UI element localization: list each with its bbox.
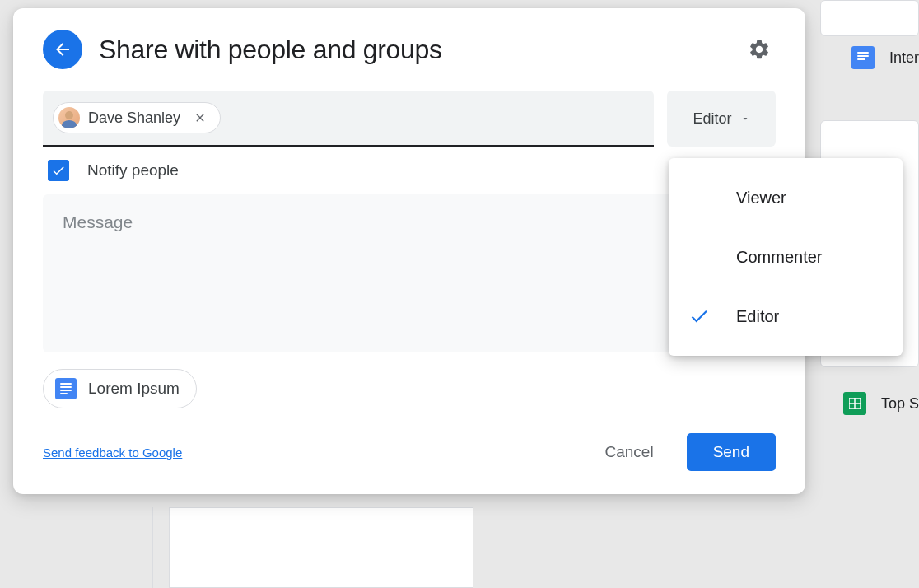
role-menu: Viewer Commenter Editor [669,158,903,356]
send-button[interactable]: Send [687,433,776,471]
bg-file-entry: Inter [851,46,919,69]
role-check-slot [688,306,718,327]
avatar [58,107,80,128]
gear-icon [748,38,771,61]
role-option-editor[interactable]: Editor [669,287,903,346]
chevron-down-icon [740,114,750,124]
cancel-button[interactable]: Cancel [585,435,673,469]
role-selected-label: Editor [693,110,731,128]
person-chip: Dave Shanley [53,102,221,133]
people-input[interactable]: Dave Shanley [43,91,654,147]
settings-button[interactable] [743,33,776,66]
bg-file-label: Inter [889,49,919,67]
sheets-icon [843,392,866,415]
message-textarea[interactable]: Message [43,194,776,352]
bg-file-label: Top S [881,395,919,413]
notify-checkbox[interactable] [48,160,69,181]
role-option-label: Editor [736,307,779,326]
dialog-footer: Send feedback to Google Cancel Send [43,433,776,471]
dialog-title: Share with people and groups [99,35,726,65]
message-placeholder: Message [63,212,756,232]
person-name: Dave Shanley [88,110,180,127]
check-icon [51,163,66,178]
role-option-label: Commenter [736,248,822,267]
dialog-header: Share with people and groups [43,30,776,69]
bg-divider [152,507,153,588]
remove-person-button[interactable] [192,110,208,126]
attachment-name: Lorem Ipsum [88,380,180,398]
docs-icon [851,46,875,69]
notify-row: Notify people [43,147,776,194]
check-icon [688,306,710,327]
role-dropdown[interactable]: Editor [667,91,776,147]
bg-thumb [820,0,919,36]
role-option-commenter[interactable]: Commenter [669,227,903,287]
role-option-viewer[interactable]: Viewer [669,168,903,227]
people-row: Dave Shanley Editor [43,91,776,147]
attachment-chip[interactable]: Lorem Ipsum [43,369,197,408]
arrow-left-icon [53,40,72,59]
back-button[interactable] [43,30,82,69]
docs-icon [55,378,77,399]
notify-label: Notify people [87,161,179,180]
close-icon [194,111,207,124]
feedback-link[interactable]: Send feedback to Google [43,446,182,460]
bg-panel [169,507,473,588]
role-option-label: Viewer [736,189,786,208]
bg-file-entry: Top S [843,392,919,415]
